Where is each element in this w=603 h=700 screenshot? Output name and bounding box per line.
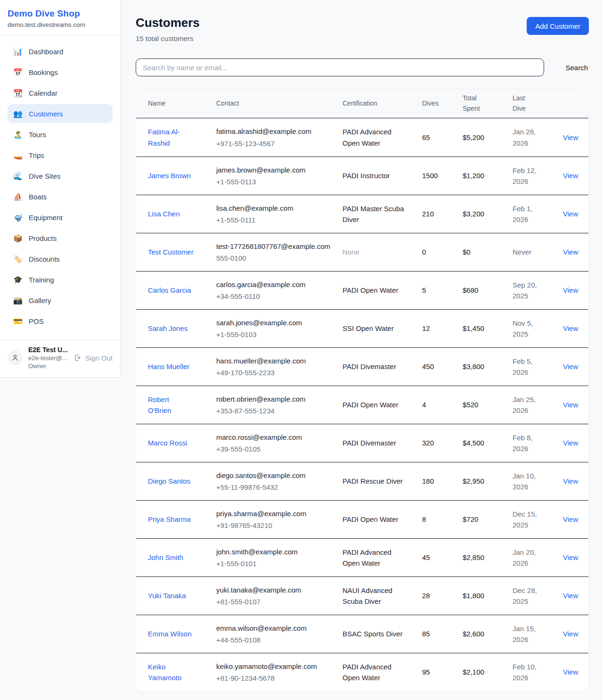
sidebar-item-dashboard[interactable]: 📊Dashboard (8, 42, 113, 61)
trips-icon: 🚤 (13, 151, 23, 160)
customer-phone: +1-555-0113 (216, 176, 335, 187)
user-section: E2E Test U... e2e-tester@... Owner Sign … (0, 340, 120, 377)
sidebar-item-label: Dive Sites (29, 172, 61, 180)
dives-cell: 450 (422, 361, 463, 372)
add-customer-button[interactable]: Add Customer (527, 17, 589, 35)
view-link[interactable]: View (563, 248, 578, 256)
view-link[interactable]: View (563, 668, 578, 676)
customer-phone: +91-98765-43210 (216, 520, 335, 531)
name-cell: Robert O'Brien (148, 394, 216, 416)
user-info: E2E Test U... e2e-tester@... Owner (28, 346, 72, 370)
total-spent-cell: $4,500 (463, 437, 513, 448)
sidebar-item-boats[interactable]: ⛵Boats (8, 187, 113, 206)
training-icon: 🎓 (13, 275, 23, 284)
view-link[interactable]: View (563, 439, 578, 447)
sidebar-item-customers[interactable]: 👥Customers (8, 104, 113, 123)
last-dive-cell: Jan 10, 2026 (513, 470, 563, 493)
customer-name-link[interactable]: Priya Sharma (148, 515, 191, 523)
view-cell: View (563, 552, 586, 563)
sidebar-item-trips[interactable]: 🚤Trips (8, 146, 113, 165)
view-link[interactable]: View (563, 401, 578, 409)
customer-email: fatima.alrashid@example.com (216, 126, 335, 137)
name-cell: Lisa Chen (148, 208, 216, 219)
dives-cell: 95 (422, 667, 463, 677)
view-link[interactable]: View (563, 286, 578, 294)
user-role: Owner (28, 362, 72, 370)
table-row: Sarah Jonessarah.jones@example.com+1-555… (136, 309, 588, 347)
contact-cell: sarah.jones@example.com+1-555-0103 (216, 317, 342, 340)
view-link[interactable]: View (563, 324, 578, 332)
view-link[interactable]: View (563, 362, 578, 371)
sidebar-item-training[interactable]: 🎓Training (8, 270, 113, 289)
sidebar-item-dive-sites[interactable]: 🌊Dive Sites (8, 166, 113, 185)
view-cell: View (563, 437, 586, 448)
dives-cell: 0 (422, 247, 463, 257)
sign-out-icon (73, 354, 82, 362)
name-cell: Emma Wilson (148, 628, 216, 639)
customer-name-link[interactable]: John Smith (148, 553, 183, 561)
sidebar-item-products[interactable]: 📦Products (8, 229, 113, 247)
sidebar-item-tours[interactable]: 🏝️Tours (8, 125, 113, 144)
dives-cell: 85 (422, 628, 463, 639)
customer-name-link[interactable]: James Brown (148, 172, 191, 180)
table-row: Carlos Garciacarlos.garcia@example.com+3… (136, 271, 588, 309)
view-link[interactable]: View (563, 592, 578, 600)
products-icon: 📦 (13, 234, 23, 243)
sidebar-item-label: Training (29, 276, 54, 284)
customer-email: james.brown@example.com (216, 165, 335, 175)
dives-cell: 320 (422, 437, 463, 448)
customer-phone: +34-555-0110 (216, 291, 335, 302)
dives-cell: 4 (422, 399, 463, 410)
search-button[interactable]: Search (564, 60, 589, 75)
table-row: Robert O'Brienrobert.obrien@example.com+… (136, 386, 588, 424)
view-link[interactable]: View (563, 210, 578, 218)
contact-cell: emma.wilson@example.com+44-555-0108 (216, 623, 342, 646)
customer-name-link[interactable]: Keiko Yamamoto (148, 663, 181, 682)
sidebar-item-calendar[interactable]: 📆Calendar (8, 83, 113, 102)
certification-cell: SSI Open Water (342, 323, 422, 334)
customer-email: test-1772681807767@example.com (216, 241, 335, 252)
sidebar-item-discounts[interactable]: 🏷️Discounts (8, 249, 113, 268)
calendar-icon: 📆 (13, 89, 23, 98)
name-cell: Yuki Tanaka (148, 590, 216, 601)
view-link[interactable]: View (563, 133, 578, 141)
name-cell: Test Customer (148, 247, 216, 257)
view-link[interactable]: View (563, 515, 578, 523)
sign-out-button[interactable]: Sign Out (73, 354, 113, 362)
sidebar-item-pos[interactable]: 💳POS (8, 312, 113, 330)
tours-icon: 🏝️ (13, 130, 23, 139)
customer-name-link[interactable]: Robert O'Brien (148, 395, 171, 414)
total-spent-cell: $680 (463, 285, 513, 296)
view-link[interactable]: View (563, 553, 578, 561)
sidebar-item-label: Equipment (29, 214, 63, 222)
customer-phone: +81-90-1234-5678 (216, 673, 335, 684)
view-link[interactable]: View (563, 630, 578, 638)
customer-email: diego.santos@example.com (216, 470, 335, 481)
table-row: Hans Muellerhans.mueller@example.com+49-… (136, 347, 588, 386)
sidebar-item-bookings[interactable]: 📅Bookings (8, 63, 113, 82)
total-spent-cell: $3,800 (463, 361, 513, 372)
last-dive-cell: Dec 15, 2025 (513, 509, 563, 531)
sidebar-item-label: Gallery (29, 296, 51, 305)
search-input[interactable] (136, 58, 544, 76)
view-cell: View (563, 132, 586, 143)
customer-name-link[interactable]: Fatima Al-Rashid (148, 128, 180, 147)
customer-name-link[interactable]: Sarah Jones (148, 324, 187, 332)
total-spent-cell: $2,100 (463, 667, 513, 677)
customer-name-link[interactable]: Yuki Tanaka (148, 592, 186, 600)
customer-name-link[interactable]: Diego Santos (148, 477, 190, 485)
customer-name-link[interactable]: Test Customer (148, 248, 194, 256)
last-dive-cell: Jan 15, 2026 (513, 623, 563, 645)
sidebar-item-equipment[interactable]: 🤿Equipment (8, 208, 113, 227)
customer-name-link[interactable]: Carlos Garcia (148, 286, 191, 294)
customer-name-link[interactable]: Lisa Chen (148, 210, 180, 218)
customer-name-link[interactable]: Hans Mueller (148, 362, 189, 371)
customer-phone: 555-0100 (216, 253, 335, 264)
view-link[interactable]: View (563, 172, 578, 180)
customer-name-link[interactable]: Marco Rossi (148, 439, 187, 447)
sidebar-item-gallery[interactable]: 📸Gallery (8, 291, 113, 310)
name-cell: Priya Sharma (148, 514, 216, 525)
certification-cell: PADI Rescue Diver (342, 476, 422, 486)
view-link[interactable]: View (563, 477, 578, 485)
customer-name-link[interactable]: Emma Wilson (148, 630, 192, 638)
